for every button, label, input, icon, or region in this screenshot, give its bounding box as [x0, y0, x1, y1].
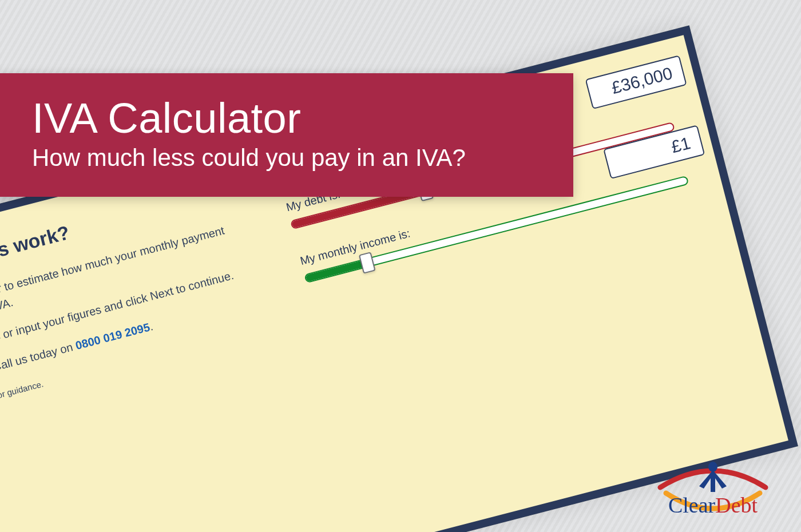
- income-slider-thumb[interactable]: [358, 252, 375, 273]
- debt-value-box[interactable]: £36,000: [585, 55, 687, 109]
- banner-title: IVA Calculator: [32, 96, 541, 141]
- svg-text:ClearDebt: ClearDebt: [668, 493, 758, 517]
- banner-subtitle: How much less could you pay in an IVA?: [32, 144, 541, 172]
- cleardebt-logo: ClearDebt: [650, 455, 776, 518]
- title-banner: IVA Calculator How much less could you p…: [0, 73, 573, 197]
- logo-icon: ClearDebt: [650, 455, 776, 518]
- logo-word-clear: Clear: [668, 493, 716, 517]
- phone-number[interactable]: 0800 019 2095: [74, 321, 152, 352]
- logo-word-debt: Debt: [715, 493, 758, 517]
- how-it-works-column: How does this work? Use our IVA Calculat…: [0, 174, 330, 532]
